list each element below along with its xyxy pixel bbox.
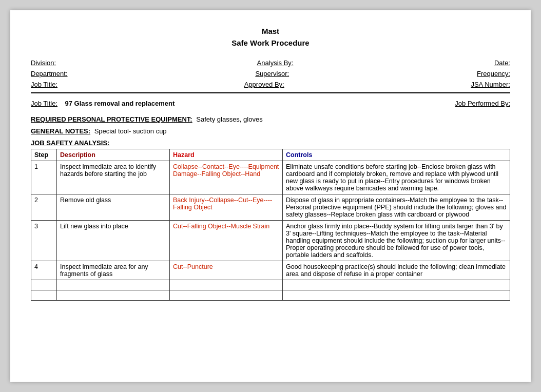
cell-desc-4: [57, 280, 170, 290]
cell-controls-3: Good housekeeping practice(s) should inc…: [283, 261, 510, 280]
jobtitle2-value: 97 Glass removal and replacement: [65, 100, 175, 107]
header-row-4: Job Title: 97 Glass removal and replacem…: [31, 100, 510, 107]
header-col-dept: Department:: [31, 70, 68, 77]
header-row-3: Job Title: Approved By: JSA Number:: [31, 81, 510, 88]
header-divider: [31, 92, 510, 93]
cell-desc-5: [57, 290, 170, 301]
notes-text: Special tool- suction cup: [94, 127, 167, 135]
approvedby-label: Approved By:: [244, 81, 284, 88]
cell-hazard-1: Back Injury--Collapse--Cut--Eye----Falli…: [170, 194, 283, 221]
cell-controls-1: Dispose of glass in appropriate containe…: [283, 194, 510, 221]
cell-controls-2: Anchor glass firmly into place--Buddy sy…: [283, 221, 510, 261]
document-page: Mast Safe Work Procedure Division: Analy…: [10, 10, 531, 382]
jobtitle2-group: Job Title: 97 Glass removal and replacem…: [31, 100, 175, 107]
th-description: Description: [57, 149, 170, 161]
frequency-label: Frequency:: [477, 70, 510, 77]
th-controls: Controls: [283, 149, 510, 161]
cell-hazard-0: Collapse--Contact--Eye----Equipment Dama…: [170, 161, 283, 194]
notes-label: GENERAL NOTES:: [31, 127, 90, 135]
header-col-approvedby: Approved By:: [244, 81, 284, 88]
table-row: 3Lift new glass into placeCut--Falling O…: [31, 221, 510, 261]
table-row: 2Remove old glassBack Injury--Collapse--…: [31, 194, 510, 221]
jsa-label: JOB SAFETY ANALYSIS:: [31, 139, 109, 147]
cell-hazard-4: [170, 280, 283, 290]
header-col-jobtitle1: Job Title:: [31, 81, 57, 88]
cell-step-4: [31, 280, 57, 290]
cell-step-3: 4: [31, 261, 57, 280]
cell-hazard-3: Cut--Puncture: [170, 261, 283, 280]
cell-desc-2: Lift new glass into place: [57, 221, 170, 261]
cell-step-2: 3: [31, 221, 57, 261]
cell-controls-5: [283, 290, 510, 301]
ppe-text: Safety glasses, gloves: [196, 115, 262, 123]
header-col-division: Division:: [31, 59, 56, 67]
table-row: [31, 290, 510, 301]
header-row-1: Division: Analysis By: Date:: [31, 59, 510, 67]
date-label: Date:: [494, 59, 510, 67]
performed-by-group: Job Performed By:: [455, 100, 510, 107]
header-col-jsa: JSA Number:: [471, 81, 510, 88]
dept-label: Department:: [31, 70, 68, 77]
cell-desc-3: Inspect immediate area for any fragments…: [57, 261, 170, 280]
jsa-number-label: JSA Number:: [471, 81, 510, 88]
notes-block: GENERAL NOTES: Special tool- suction cup: [31, 127, 510, 135]
cell-controls-0: Eliminate unsafe conditions before start…: [283, 161, 510, 194]
header-col-analysis: Analysis By:: [257, 59, 294, 67]
division-label: Division:: [31, 59, 56, 67]
cell-step-5: [31, 290, 57, 301]
th-hazard: Hazard: [170, 149, 283, 161]
table-row: [31, 280, 510, 290]
header-row-2: Department: Supervisor: Frequency:: [31, 70, 510, 77]
cell-desc-1: Remove old glass: [57, 194, 170, 221]
ppe-block: REQUIRED PERSONAL PROTECTIVE EQUIPMENT: …: [31, 115, 510, 123]
cell-step-1: 2: [31, 194, 57, 221]
jobtitle2-label: Job Title:: [31, 100, 57, 107]
jsa-table: Step Description Hazard Controls 1Inspec…: [31, 149, 510, 301]
cell-controls-4: [283, 280, 510, 290]
supervisor-label: Supervisor:: [255, 70, 289, 77]
jsa-block: JOB SAFETY ANALYSIS:: [31, 139, 510, 147]
cell-desc-0: Inspect immediate area to identify hazar…: [57, 161, 170, 194]
cell-hazard-2: Cut--Falling Object--Muscle Strain: [170, 221, 283, 261]
jobtitle1-label: Job Title:: [31, 81, 57, 88]
cell-step-0: 1: [31, 161, 57, 194]
ppe-section: REQUIRED PERSONAL PROTECTIVE EQUIPMENT: …: [31, 115, 510, 147]
cell-hazard-5: [170, 290, 283, 301]
header-col-frequency: Frequency:: [477, 70, 510, 77]
page-title: Mast Safe Work Procedure: [31, 26, 510, 49]
performed-by-label: Job Performed By:: [455, 100, 510, 107]
table-row: 1Inspect immediate area to identify haza…: [31, 161, 510, 194]
th-step: Step: [31, 149, 57, 161]
analysis-label: Analysis By:: [257, 59, 294, 67]
ppe-label: REQUIRED PERSONAL PROTECTIVE EQUIPMENT:: [31, 115, 192, 123]
header-fields: Division: Analysis By: Date: Department:…: [31, 59, 510, 107]
header-col-date: Date:: [494, 59, 510, 67]
table-header-row: Step Description Hazard Controls: [31, 149, 510, 161]
table-row: 4Inspect immediate area for any fragment…: [31, 261, 510, 280]
header-col-supervisor: Supervisor:: [255, 70, 289, 77]
